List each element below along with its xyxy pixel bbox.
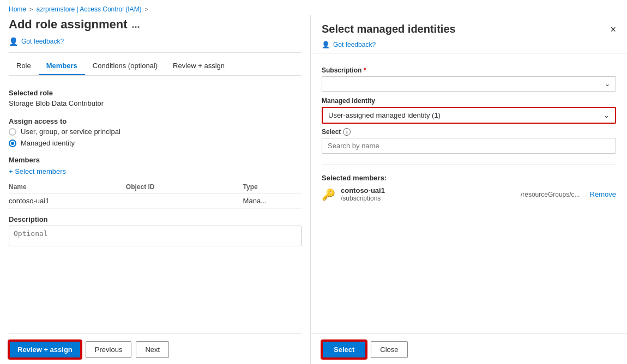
row-id [126,197,243,205]
panel-close-btn[interactable]: Close [371,341,407,358]
left-panel: Add role assignment ... 👤 Got feedback? … [0,15,311,364]
subscription-chevron-icon: ⌄ [605,80,610,88]
members-label: Members [9,156,302,164]
page-title-row: Add role assignment ... [9,15,302,32]
divider-feedback [9,52,302,53]
tab-conditions[interactable]: Conditions (optional) [85,57,165,75]
search-input[interactable] [322,138,616,154]
radio-ugsp[interactable]: User, group, or service principal [9,128,302,136]
breadcrumb-sep1: > [29,6,33,13]
col-header-id: Object ID [126,183,243,191]
managed-identity-value: User-assigned managed identity (1) [328,111,441,119]
selected-members-section: Selected members: 🔑 contoso-uai1 /subscr… [322,165,616,202]
radio-ugsp-circle[interactable] [9,128,16,136]
member-remove-link[interactable]: Remove [590,190,616,198]
breadcrumb: Home > azrpremstore | Access Control (IA… [0,0,627,15]
managed-identity-box: User-assigned managed identity (1) ⌄ [322,107,616,124]
tab-role[interactable]: Role [9,57,39,75]
breadcrumb-sep2: > [145,6,148,13]
panel-header: Select managed identities × [311,15,627,41]
panel-feedback-icon: 👤 [322,41,330,48]
description-input[interactable] [9,226,302,246]
panel-close-button[interactable]: × [610,25,616,34]
subscription-label: Subscription * [322,66,616,74]
select-members-link[interactable]: + Select members [9,167,302,175]
breadcrumb-store[interactable]: azrpremstore | Access Control (IAM) [36,5,141,13]
tab-review[interactable]: Review + assign [165,57,232,75]
member-resource: /resourceGroups/c... [463,191,580,198]
page-title: Add role assignment [9,17,128,32]
description-label: Description [9,215,302,223]
table-row: contoso-uai1 Mana... [9,193,302,209]
panel-title: Select managed identities [322,23,456,35]
left-footer: Review + assign Previous Next [9,333,302,364]
col-header-type: Type [243,183,302,191]
tab-members[interactable]: Members [39,57,85,75]
right-panel: Select managed identities × 👤 Got feedba… [311,15,627,364]
search-label: Select i [322,128,616,136]
member-info: contoso-uai1 /subscriptions [341,186,457,202]
radio-managed-circle[interactable] [9,139,16,147]
member-item: 🔑 contoso-uai1 /subscriptions /resourceG… [322,186,616,202]
managed-identity-dropdown[interactable]: User-assigned managed identity (1) ⌄ [323,108,615,123]
panel-body: Subscription * ⌄ Managed identity User-a… [311,60,627,333]
members-table-header: Name Object ID Type [9,181,302,193]
managed-identity-label: Managed identity [322,97,616,105]
search-info-icon[interactable]: i [343,128,351,136]
panel-feedback-row[interactable]: 👤 Got feedback? [311,41,627,53]
selected-members-label: Selected members: [322,174,616,182]
assign-access-label: Assign access to [9,117,302,125]
panel-divider [311,53,627,53]
feedback-row[interactable]: 👤 Got feedback? [9,37,302,46]
review-assign-button[interactable]: Review + assign [9,341,81,359]
breadcrumb-home[interactable]: Home [9,5,26,13]
member-name: contoso-uai1 [341,186,457,195]
tab-bar: Role Members Conditions (optional) Revie… [9,57,302,76]
feedback-text[interactable]: Got feedback? [21,38,64,45]
col-header-name: Name [9,183,126,191]
member-icon: 🔑 [322,188,335,201]
selected-role-label: Selected role [9,89,302,97]
row-type: Mana... [243,197,302,205]
previous-button[interactable]: Previous [86,341,132,358]
assign-access-options: User, group, or service principal Manage… [9,128,302,147]
managed-identity-chevron-icon: ⌄ [604,111,610,119]
subscription-required: * [364,66,366,74]
feedback-icon: 👤 [9,37,18,46]
subscription-dropdown[interactable]: ⌄ [322,76,616,92]
radio-ugsp-label: User, group, or service principal [21,128,120,136]
panel-footer: Select Close [311,333,627,364]
panel-feedback-text[interactable]: Got feedback? [333,41,376,48]
row-name: contoso-uai1 [9,197,126,205]
page-title-dots[interactable]: ... [132,19,140,31]
radio-managed[interactable]: Managed identity [9,139,302,147]
next-button[interactable]: Next [136,341,169,358]
panel-select-button[interactable]: Select [322,341,366,359]
radio-managed-label: Managed identity [21,139,75,147]
selected-role-value: Storage Blob Data Contributor [9,99,302,107]
member-path: /subscriptions [341,195,457,202]
